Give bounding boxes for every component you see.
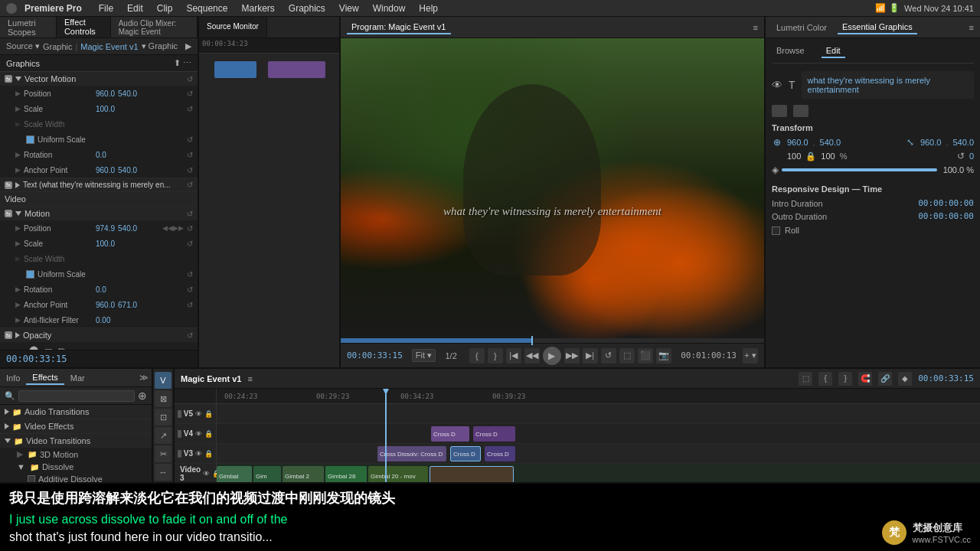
effects-menu-icon[interactable]: ≫	[139, 373, 152, 383]
scale-pct-1[interactable]: 100	[787, 152, 801, 161]
motion-anchor-y[interactable]: 671.0	[118, 301, 137, 309]
vm-scale-reset[interactable]: ↺	[187, 105, 193, 113]
opacity-header[interactable]: fx Opacity ↺	[0, 328, 198, 342]
effects-add-icon[interactable]: ⊕	[138, 390, 147, 402]
lock-icon[interactable]: 🔒	[805, 152, 816, 161]
motion-pos-reset[interactable]: ↺	[187, 224, 193, 233]
btn-overwrite[interactable]: ⬛	[638, 348, 653, 364]
menu-window[interactable]: Window	[367, 2, 412, 15]
motion-reset[interactable]: ↺	[187, 210, 193, 218]
right-panel-menu[interactable]: ≡	[969, 23, 974, 32]
btn-add-track[interactable]: + ▾	[743, 348, 758, 364]
fmt-icon-2[interactable]	[793, 105, 808, 117]
menu-file[interactable]: File	[93, 2, 119, 15]
btn-mark-in-tl[interactable]: {	[818, 372, 832, 386]
timeline-timecode[interactable]: 00:00:33:15	[918, 373, 974, 383]
text-header[interactable]: fx Text (what they're witnessing is mere…	[0, 178, 198, 191]
rotation-val[interactable]: 0	[969, 152, 974, 161]
btn-insert[interactable]: ⬚	[619, 348, 635, 364]
btn-mark-out[interactable]: }	[488, 348, 503, 364]
graphics-expand[interactable]: ⬆	[174, 58, 181, 68]
btn-camera[interactable]: 📷	[656, 348, 671, 364]
btn-prev-frame[interactable]: ◀◀	[524, 348, 540, 364]
opacity-slider[interactable]	[782, 168, 937, 171]
menu-markers[interactable]: Markers	[235, 2, 280, 15]
monitor-timecode[interactable]: 00:00:33:15	[347, 350, 403, 360]
btn-snap[interactable]: 🧲	[858, 372, 872, 386]
motion-header[interactable]: fx Motion ↺	[0, 207, 198, 220]
transform-scale-x[interactable]: 960.0	[920, 138, 942, 147]
subtab-browse[interactable]: Browse	[772, 44, 809, 58]
subtab-edit[interactable]: Edit	[822, 44, 845, 58]
tool-slip[interactable]: ↔	[155, 464, 172, 481]
group-video-effects-header[interactable]: 📁 Video Effects	[0, 419, 152, 433]
menu-graphics[interactable]: Graphics	[283, 2, 332, 15]
scale-pct-2[interactable]: 100	[821, 152, 835, 161]
motion-uniform-scale-checkbox[interactable]	[26, 270, 34, 279]
tab-lumetri-color[interactable]: Lumetri Color	[772, 21, 831, 34]
v4-lock[interactable]: 🔒	[204, 430, 213, 438]
motion-anchor-x[interactable]: 960.0	[96, 301, 115, 309]
reset-icon[interactable]: ↺	[187, 75, 193, 83]
clip-v3-crossd3[interactable]: Cross D	[485, 446, 515, 461]
group-video-transitions-header[interactable]: 📁 Video Transitions	[0, 434, 152, 448]
tab-essential-graphics[interactable]: Essential Graphics	[838, 21, 917, 34]
item-3d-motion[interactable]: ▶ 📁 3D Motion	[0, 448, 152, 461]
tool-select[interactable]: V	[155, 372, 172, 389]
tab-effects[interactable]: Effects	[26, 371, 64, 385]
transform-pos-y[interactable]: 540.0	[820, 138, 841, 147]
vm-us-reset[interactable]: ↺	[187, 135, 193, 144]
clip-v3-crossdissolv[interactable]: Cross Dissolv: Cross D	[377, 446, 446, 461]
monitor-progress-bar[interactable]	[341, 338, 764, 343]
motion-rot-reset[interactable]: ↺	[187, 285, 193, 294]
vm-pos-x[interactable]: 960.0	[96, 90, 115, 98]
motion-pos-x[interactable]: 974.9	[96, 224, 115, 233]
tab-source-monitor[interactable]: Source Monitor	[199, 17, 267, 37]
vm-pos-reset[interactable]: ↺	[187, 90, 193, 98]
motion-anc-reset[interactable]: ↺	[187, 301, 193, 309]
eye-icon[interactable]: 👁	[772, 79, 782, 91]
v5-lock[interactable]: 🔒	[204, 410, 213, 418]
menu-edit[interactable]: Edit	[121, 2, 149, 15]
clip-blue[interactable]	[214, 61, 256, 78]
motion-us-reset[interactable]: ↺	[187, 270, 193, 279]
clip-v3-crossd2[interactable]: Cross D	[450, 446, 481, 461]
item-dissolve-folder[interactable]: ▼ 📁 Dissolve	[0, 461, 152, 473]
motion-rotation[interactable]: 0.0	[96, 285, 106, 294]
tool-rolling[interactable]: ⊡	[155, 409, 172, 425]
graphics-dots[interactable]: ⋯	[183, 58, 191, 68]
vm-anc-reset[interactable]: ↺	[187, 166, 193, 174]
btn-mark-out-tl[interactable]: }	[838, 372, 852, 386]
btn-add-marker[interactable]: ◆	[898, 372, 912, 386]
menu-view[interactable]: View	[333, 2, 365, 15]
btn-mark-in[interactable]: {	[469, 348, 485, 364]
transform-pos-x[interactable]: 960.0	[787, 138, 808, 147]
vm-scale[interactable]: 100.0	[96, 105, 115, 113]
tab-lumetri-scopes[interactable]: Lumetri Scopes	[0, 17, 57, 37]
motion-scale[interactable]: 100.0	[96, 240, 115, 248]
btn-step-back[interactable]: |◀	[506, 348, 521, 364]
intro-value[interactable]: 00:00:00:00	[918, 198, 974, 208]
vm-anchor-y[interactable]: 540.0	[118, 166, 137, 174]
btn-link[interactable]: 🔗	[878, 372, 892, 386]
menu-help[interactable]: Help	[413, 2, 444, 15]
v-eye[interactable]: 👁	[203, 470, 210, 478]
monitor-zoom-select[interactable]: Fit ▾	[412, 349, 436, 362]
effects-search-input[interactable]	[18, 390, 135, 402]
text-layer-preview[interactable]: what they're witnessing is merely entert…	[802, 71, 974, 99]
clip-v4-crossd[interactable]: Cross D	[431, 426, 469, 442]
transform-scale-y[interactable]: 540.0	[952, 138, 974, 147]
v4-eye[interactable]: 👁	[195, 430, 202, 438]
menu-sequence[interactable]: Sequence	[180, 2, 234, 15]
v5-eye[interactable]: 👁	[195, 410, 202, 418]
btn-loop[interactable]: ↺	[601, 348, 616, 364]
mp-nav[interactable]: ◀◀▶▶	[162, 224, 184, 232]
vm-rotation[interactable]: 0.0	[96, 151, 106, 159]
text-reset[interactable]: ↺	[187, 181, 193, 189]
roll-checkbox[interactable]	[772, 227, 780, 235]
vm-anchor-x[interactable]: 960.0	[96, 166, 115, 174]
motion-pos-y[interactable]: 540.0	[118, 224, 137, 233]
tool-razor[interactable]: ✂	[155, 445, 172, 462]
btn-next-frame[interactable]: ▶▶	[564, 348, 580, 364]
clip-purple[interactable]	[268, 61, 325, 78]
